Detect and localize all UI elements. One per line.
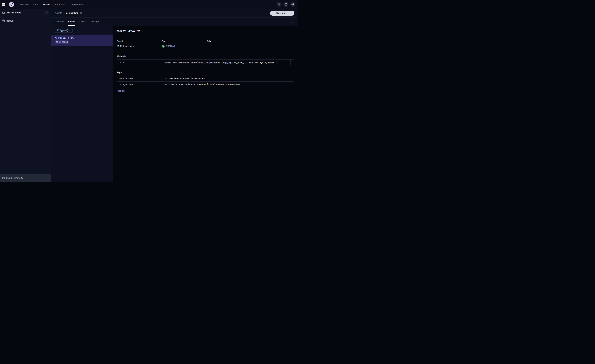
hide-tags-label: Hide tags [117, 90, 125, 92]
svg-text:?: ? [285, 3, 286, 5]
asset-groups-sidebar: 250321-dvers 1 default 250321-dvers [0, 9, 51, 182]
refresh-events-button[interactable] [290, 19, 294, 24]
run-column-header: Run [162, 40, 207, 42]
tags-heading: Tags [117, 71, 294, 74]
tag-key: data_version [117, 82, 162, 87]
nav-item-automation[interactable]: Automation [54, 3, 66, 6]
job-value: — [207, 45, 209, 47]
event-list-item-selected[interactable]: Mar 21, 4:54 PM 2fd32b85 [51, 35, 113, 46]
run-success-icon [162, 45, 165, 48]
materialize-split-button: Materialize [270, 11, 294, 16]
event-type-value: Materialization [120, 45, 134, 47]
event-run-id: 2fd32b85 [59, 41, 68, 43]
materialize-dropdown-button[interactable] [289, 11, 294, 16]
chevron-up-icon: ▲ [126, 90, 128, 92]
metadata-key: path [117, 60, 162, 65]
code-location-footer: 250321-dvers [0, 174, 51, 182]
metadata-row-path: path /Users/smackesey/stm/code/elementl/… [117, 60, 294, 65]
run-id-link[interactable]: 2fd32b85 [166, 45, 175, 48]
chevron-down-icon [69, 30, 71, 31]
sidebar-default-label: default [7, 19, 14, 22]
event-detail-panel: Mar 21, 4:54 PM Event [113, 26, 298, 182]
repo-icon [2, 19, 5, 22]
materialization-sparkle-icon [55, 37, 57, 39]
nav-item-runs[interactable]: Runs [33, 3, 38, 6]
caret-down-icon [291, 13, 292, 14]
tag-row-code-version: code_version 2fd32b85-59be-4d7d-8d6e-943… [117, 76, 294, 82]
copy-icon [276, 61, 278, 63]
top-nav: Overview Runs Assets Automation Deployme… [0, 0, 298, 9]
primary-nav: Overview Runs Assets Automation Deployme… [19, 3, 83, 6]
job-column: Job — [207, 40, 252, 48]
page-title: a_number [66, 12, 78, 14]
job-column-header: Job [207, 40, 252, 42]
sidebar-item-default[interactable]: default [0, 16, 51, 25]
event-detail-title: Mar 21, 4:54 PM [117, 29, 294, 33]
metadata-path-link[interactable]: /Users/smackesey/stm/code/elementl/exper… [164, 61, 274, 63]
event-column: Event Materialization [117, 40, 162, 48]
tab-events[interactable]: Events [68, 17, 75, 26]
materialization-sparkle-icon [272, 12, 275, 14]
refresh-icon [291, 20, 293, 23]
help-button[interactable]: ? [283, 2, 288, 7]
tag-value: 5816d76e51c13dac22e3fa182a654aa2d526fb50… [162, 82, 294, 87]
help-icon: ? [284, 3, 287, 6]
sidebar-item-group[interactable]: 250321-dvers 1 [0, 9, 51, 16]
hide-tags-link[interactable]: Hide tags ▲ [117, 90, 128, 92]
type-filter-button[interactable]: Type (2) [55, 28, 72, 33]
type-filter-label: Type (2) [60, 29, 68, 32]
asset-count-badge: 1 [45, 11, 49, 14]
materialize-button[interactable]: Materialize [270, 11, 289, 16]
tag-value: 2fd32b85-59be-4d7d-8d6e-943b6b3d73cf [162, 76, 294, 82]
tab-lineage[interactable]: Lineage [91, 17, 99, 26]
tag-key: code_version [117, 76, 162, 82]
run-column: Run 2fd32b85 [162, 40, 207, 48]
events-list-panel: Type (2) Mar 21, [51, 26, 113, 182]
gear-icon [291, 3, 294, 6]
hamburger-menu-icon[interactable] [2, 2, 7, 7]
nav-item-overview[interactable]: Overview [19, 3, 28, 6]
tab-overview[interactable]: Overview [55, 17, 64, 26]
metadata-heading: Metadata [117, 55, 294, 57]
search-button[interactable] [276, 2, 282, 7]
tag-row-data-version: data_version 5816d76e51c13dac22e3fa182a6… [117, 82, 294, 87]
materialization-sparkle-icon [117, 45, 119, 47]
tags-table: code_version 2fd32b85-59be-4d7d-8d6e-943… [117, 76, 294, 87]
filter-funnel-icon [57, 29, 59, 32]
folder-icon [2, 11, 5, 14]
refresh-icon [21, 177, 23, 179]
search-icon [278, 3, 280, 6]
sidebar-group-label: 250321-dvers [7, 11, 21, 14]
breadcrumb-assets-link[interactable]: Assets [55, 12, 62, 14]
copy-asset-name-button[interactable] [80, 12, 82, 14]
copy-path-button[interactable] [276, 61, 278, 63]
settings-button[interactable] [290, 2, 295, 7]
copy-icon [80, 12, 82, 14]
dagster-logo-icon[interactable] [9, 1, 15, 7]
nav-item-deployment[interactable]: Deployment [71, 3, 83, 6]
breadcrumb-separator: › [64, 12, 64, 14]
nav-item-assets[interactable]: Assets [42, 3, 50, 6]
reload-location-button[interactable] [21, 177, 23, 179]
tab-checks[interactable]: Checks [79, 17, 87, 26]
event-run-pill[interactable]: 2fd32b85 [55, 40, 69, 44]
run-target-icon [56, 41, 58, 43]
breadcrumb: Assets › a_number Materia [51, 9, 298, 17]
folder-icon [2, 177, 5, 179]
materialize-button-label: Materialize [276, 12, 287, 14]
code-location-label: 250321-dvers [6, 177, 20, 179]
event-column-header: Event [117, 40, 162, 42]
metadata-table: path /Users/smackesey/stm/code/elementl/… [117, 59, 294, 65]
event-timestamp: Mar 21, 4:54 PM [58, 36, 75, 39]
asset-tabs: Overview Events Checks Lineage [51, 17, 298, 26]
